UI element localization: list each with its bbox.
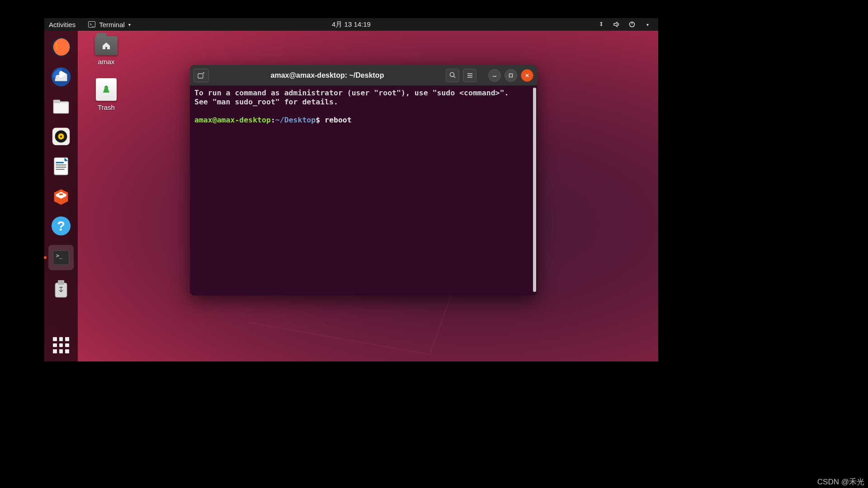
svg-rect-13 (56, 164, 66, 165)
app-menu-label: Terminal (99, 21, 125, 28)
desktop-icon-label: amax (98, 58, 115, 66)
activities-button[interactable]: Activities (49, 21, 75, 28)
terminal-window: amax@amax-desktop: ~/Desktop To run a co… (190, 65, 537, 296)
desktop-home-folder[interactable]: amax (88, 36, 124, 66)
prompt-symbol: $ (316, 116, 320, 124)
dock-libreoffice-writer[interactable] (50, 155, 72, 177)
close-button[interactable] (521, 69, 533, 82)
search-button[interactable] (446, 69, 459, 82)
menu-button[interactable] (463, 69, 476, 82)
terminal-titlebar[interactable]: amax@amax-desktop: ~/Desktop (190, 65, 537, 86)
svg-rect-12 (56, 162, 64, 163)
svg-rect-16 (59, 193, 63, 195)
dock-rhythmbox[interactable] (50, 126, 72, 147)
dock-firefox[interactable] (50, 36, 72, 58)
svg-rect-22 (58, 280, 64, 285)
svg-point-24 (450, 73, 454, 77)
folder-icon (95, 36, 118, 55)
dock-help[interactable]: ? (50, 215, 72, 237)
prompt-sep: : (271, 116, 275, 124)
terminal-title: amax@amax-desktop: ~/Desktop (212, 71, 442, 80)
dock-thunderbird[interactable] (50, 66, 72, 88)
new-tab-button[interactable] (193, 69, 209, 82)
terminal-output-line: To run a command as administrator (user … (194, 89, 509, 97)
svg-rect-14 (56, 167, 66, 168)
svg-text:>_: >_ (56, 253, 63, 259)
svg-point-10 (60, 136, 62, 137)
maximize-button[interactable] (505, 69, 517, 82)
volume-icon (613, 21, 620, 28)
svg-rect-15 (56, 169, 65, 170)
dock-usb-drive[interactable] (50, 278, 72, 300)
terminal-command: reboot (325, 116, 352, 124)
scrollbar[interactable] (533, 88, 536, 292)
show-apps-button[interactable] (53, 337, 69, 353)
prompt-path: ~/Desktop (275, 116, 316, 124)
svg-text:?: ? (57, 219, 65, 233)
watermark: CSDN @禾光 (817, 477, 864, 487)
dock-files[interactable] (50, 96, 72, 117)
terminal-body[interactable]: To run a command as administrator (user … (190, 86, 537, 296)
dock-ubuntu-software[interactable] (50, 185, 72, 207)
clock[interactable]: 4月 13 14:19 (332, 20, 371, 29)
terminal-icon: >_ (88, 21, 95, 28)
dock-terminal[interactable]: >_ (48, 245, 74, 270)
svg-rect-23 (198, 74, 203, 78)
svg-line-25 (453, 76, 455, 78)
power-icon (628, 21, 636, 28)
minimize-button[interactable] (488, 69, 501, 82)
trash-icon (96, 78, 117, 101)
dock: ? >_ (44, 31, 78, 361)
prompt-user: amax@amax-desktop (194, 116, 271, 124)
terminal-output-line: See "man sudo_root" for details. (194, 98, 338, 106)
svg-rect-6 (54, 103, 68, 113)
svg-rect-5 (53, 100, 60, 103)
desktop-icon-label: Trash (98, 103, 115, 111)
svg-rect-30 (509, 74, 513, 77)
chevron-down-icon: ▾ (128, 22, 131, 27)
network-icon (598, 21, 605, 28)
desktop-trash[interactable]: Trash (88, 78, 124, 111)
app-menu[interactable]: >_ Terminal ▾ (88, 21, 131, 28)
chevron-down-icon: ▾ (644, 21, 651, 28)
top-bar: Activities >_ Terminal ▾ 4月 13 14:19 ▾ (44, 18, 658, 31)
system-tray[interactable]: ▾ (598, 21, 658, 28)
